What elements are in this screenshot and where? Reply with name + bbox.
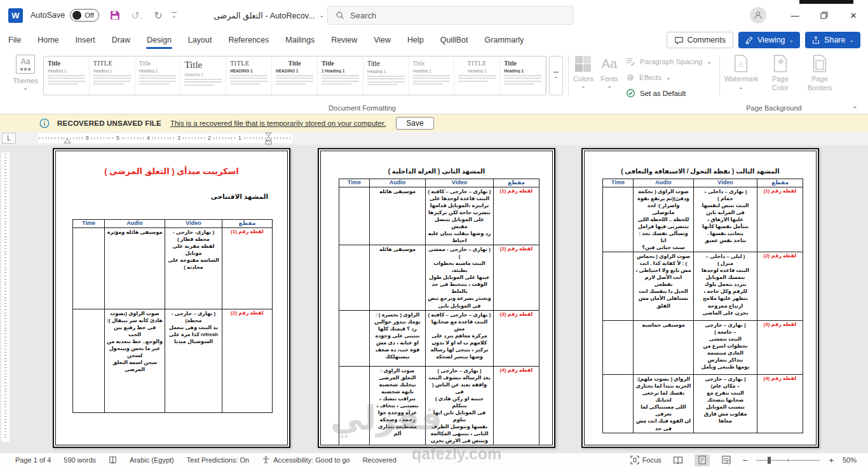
table-row: موسيقى هائله ومؤثرة ( نهارى- خارجى - محط… [73,228,273,309]
zoom-slider-thumb[interactable] [768,457,771,464]
style-set-option[interactable]: Title1 Heading 1 [318,57,363,95]
recovered-indicator[interactable]: Recovered [363,456,397,464]
read-mode-icon [673,456,683,464]
tab-insert[interactable]: Insert [67,30,104,50]
page-borders-button[interactable]: Page Borders [803,55,836,93]
zoom-in-button[interactable]: + [829,456,834,465]
redo-button[interactable]: ↻ [154,10,162,22]
scene-table-3[interactable]: Time Audio Video مقطع صوت الراوى ( بحكمه… [602,179,803,433]
zoom-level[interactable]: 50% [843,456,857,464]
share-button[interactable]: Share ⌄ [805,32,860,48]
print-layout-button[interactable] [695,454,710,466]
scene-table-1[interactable]: Time Audio Video مقطع موسيقى هائله ومؤثر… [72,219,273,413]
tab-design[interactable]: Design [139,30,180,50]
page-3[interactable]: المشهد التالت ( نقطة التحول / الاستفاقة … [581,148,819,448]
recovered-file-bar: RECOVERED UNSAVED FILE This is a recover… [0,114,868,132]
tab-selector[interactable]: L [2,133,16,144]
page-1-border: اسكريبت مبدأى ( التعلق المرضى ) المشهد ا… [55,151,288,445]
style-set-option[interactable]: TitleHeading 1 [363,57,409,95]
page-indicator[interactable]: Page 1 of 4 [15,456,51,464]
web-layout-icon [722,456,731,464]
style-set-option[interactable]: TITLEHeading 1 [90,57,135,95]
quick-access-more-button[interactable]: ⌄ [172,12,177,18]
script-title[interactable]: اسكريبت مبدأى ( التعلق المرضى ) [56,166,287,176]
tab-quillbot[interactable]: QuillBot [432,30,477,50]
style-set-option[interactable]: TitleHeading 1 [409,57,455,95]
scene-title[interactable]: المشهد الثانى ( العزلة الداخلية ) [321,168,552,175]
undo-button[interactable]: ↺⌄ [131,10,144,22]
tab-file[interactable]: File [0,30,29,50]
style-set-option[interactable]: TitleHeading 1 [44,57,90,95]
paragraph-spacing-button[interactable]: Paragraph Spacing ⌄ [626,55,712,68]
zoom-slider[interactable] [756,460,820,461]
tab-help[interactable]: Help [399,30,432,50]
tab-mailings[interactable]: Mailings [277,30,323,50]
comment-bubble-icon [674,36,684,45]
svg-text:A: A [738,60,743,69]
close-button[interactable]: ✕ [839,0,868,30]
maximize-button[interactable] [810,0,839,30]
group-document-formatting: Document Formatting [108,104,616,112]
minimize-button[interactable]: — [780,0,810,30]
focus-button[interactable]: Focus [630,456,661,464]
paragraph-spacing-icon [626,57,635,66]
scene-subtitle[interactable]: المشهد الافتتاحى [56,193,287,200]
save-recovered-button[interactable]: Save [396,117,433,130]
horizontal-ruler[interactable]: 6 5 4 3 2 1 [38,133,292,143]
recovered-file-link[interactable]: This is a recovered file that is tempora… [170,119,386,127]
style-set-option[interactable]: TitleHeading 1 [135,57,181,95]
effects-sphere-icon [626,73,635,82]
set-as-default-button[interactable]: Set as Default [626,86,712,100]
style-set-option[interactable]: TITLEHeading 1 [454,57,500,95]
search-icon [336,11,344,20]
indent-marker-icon[interactable] [264,132,273,145]
language-indicator[interactable]: Arabic (Egypt) [130,456,174,464]
gallery-more-button[interactable]: ⌄ [549,56,563,95]
page-color-button[interactable]: Page Color [764,55,797,93]
comments-button[interactable]: Comments [667,32,733,48]
effects-button[interactable]: Effects ⌄ [626,71,712,84]
proofing-book-icon [109,456,117,464]
account-avatar[interactable] [750,7,766,24]
colors-button[interactable]: Colors ⌄ [571,55,596,89]
toggle-knob-icon [72,11,81,20]
word-logo-icon[interactable]: W [8,8,23,23]
page-1[interactable]: اسكريبت مبدأى ( التعلق المرضى ) المشهد ا… [53,148,290,448]
style-set-option[interactable]: TITLEHEADING 1 [226,57,272,95]
tab-review[interactable]: Review [323,30,365,50]
indent-marker-icon[interactable] [64,138,71,144]
table-row: موسيقى هائله ( نهارى – خارجى - ممشى ) ال… [339,245,539,310]
scene-title[interactable]: المشهد التالت ( نقطة التحول / الاستفاقة … [585,168,816,175]
viewing-button[interactable]: Viewing ⌄ [738,32,800,48]
tab-grammarly[interactable]: Grammarly [477,30,532,50]
tab-references[interactable]: References [220,30,277,50]
watermark-button[interactable]: A Watermark ⌄ [724,55,757,93]
vertical-ruler[interactable] [1,152,10,442]
style-set-option[interactable]: TitleHEADING 1 [272,57,318,95]
read-mode-button[interactable] [670,454,686,466]
accessibility-status[interactable]: Accessibility: Good to go [262,456,349,464]
proofing-status[interactable] [109,456,117,464]
tab-view[interactable]: View [365,30,399,50]
tab-home[interactable]: Home [29,30,67,50]
chevron-down-icon: ⌄ [8,85,43,91]
word-count[interactable]: 590 words [64,456,96,464]
style-set-option[interactable]: TitleHeading 1 [180,57,226,95]
fonts-button[interactable]: Aa Fonts ⌄ [598,55,621,89]
style-set-option[interactable]: TitleHeading 1 [500,57,546,95]
table-row: صوت الراوى ( بحماس ) : لأ كفاية كدا . ان… [603,252,803,321]
zoom-out-button[interactable]: − [743,456,748,465]
autosave-toggle[interactable]: Off [70,9,99,22]
document-title[interactable]: التعلق المرضى - AutoRecov... ⌄ [214,11,324,20]
collapse-ribbon-button[interactable]: ⌄ [852,102,858,110]
colors-grid-icon [575,56,592,72]
tab-layout[interactable]: Layout [180,30,220,50]
search-input[interactable]: Search [327,6,574,25]
restore-icon [820,11,828,19]
page-borders-icon [812,55,827,72]
save-button[interactable] [109,10,121,21]
themes-button[interactable]: Aa Themes ⌄ [8,55,43,91]
tab-draw[interactable]: Draw [104,30,139,50]
web-layout-button[interactable] [719,454,734,466]
text-predictions[interactable]: Text Predictions: On [187,456,249,464]
